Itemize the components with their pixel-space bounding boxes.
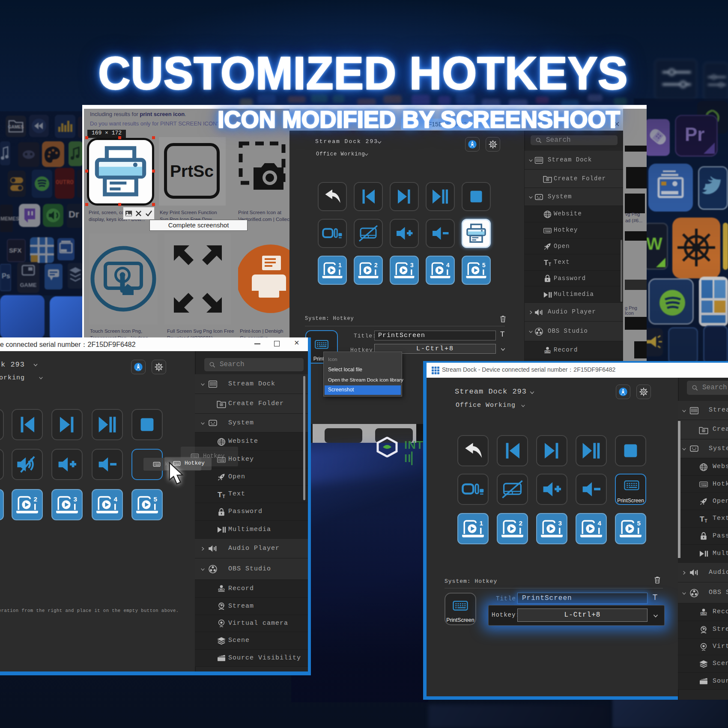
svg-text:REC: REC [546, 350, 549, 352]
svg-text:1: 1 [338, 262, 342, 269]
svg-text:REC: REC [702, 612, 706, 614]
svg-text:REC: REC [220, 588, 224, 591]
svg-text:2: 2 [34, 495, 37, 503]
svg-text:T: T [549, 262, 552, 266]
svg-text:1: 1 [480, 519, 483, 527]
svg-text:4: 4 [114, 495, 118, 503]
svg-text:4: 4 [446, 262, 450, 269]
svg-text:4: 4 [598, 519, 602, 527]
svg-text:T: T [544, 259, 548, 267]
svg-text:T: T [700, 515, 704, 523]
svg-text:3: 3 [74, 495, 77, 503]
svg-text:3: 3 [558, 519, 562, 527]
svg-text:3: 3 [410, 262, 414, 269]
svg-text:5: 5 [154, 495, 158, 503]
svg-text:5: 5 [637, 519, 641, 527]
svg-text:T: T [218, 490, 222, 499]
svg-text:T: T [704, 518, 707, 523]
svg-text:2: 2 [374, 262, 378, 269]
svg-text:T: T [222, 493, 225, 498]
svg-text:2: 2 [519, 519, 522, 527]
svg-text:5: 5 [482, 262, 486, 269]
